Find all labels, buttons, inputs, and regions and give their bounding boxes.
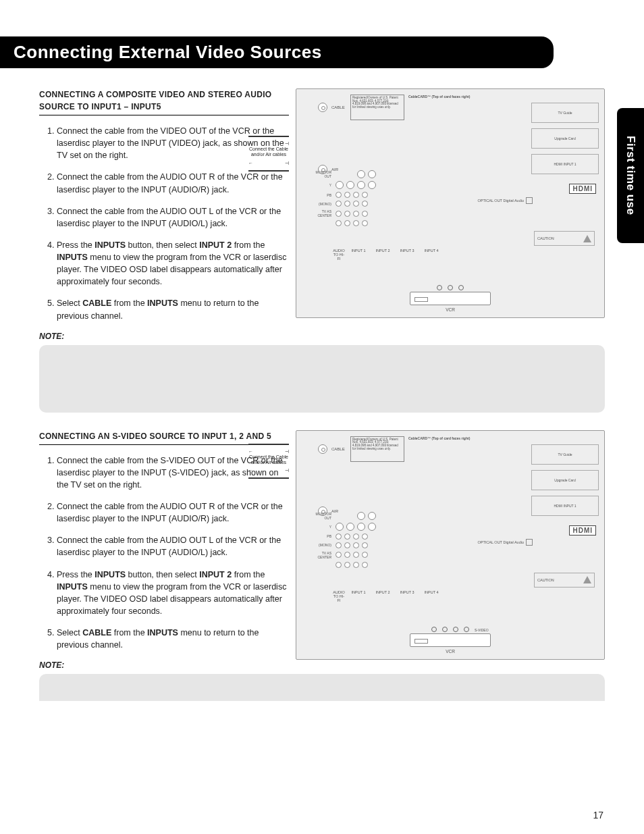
- step: Select CABLE from the INPUTS menu to ret…: [57, 627, 289, 651]
- cable-coax-icon: [318, 444, 327, 454]
- step: Press the INPUTS button, then select INP…: [57, 569, 289, 618]
- step: Connect the cable from the AUDIO OUT L o…: [57, 205, 289, 230]
- jack-icon: [357, 170, 365, 178]
- antenna-callout: ←⊣ Connect the Cable and/or Air cables ←…: [248, 102, 289, 176]
- optical-out: OPTICAL OUT Digital Audio: [478, 197, 533, 204]
- vcr-device: VCR: [410, 633, 491, 654]
- section2-steps: Connect the cable from the S-VIDEO OUT o…: [39, 454, 289, 652]
- hdmi-slot: HDMI INPUT 1: [531, 154, 599, 174]
- antenna-callout: ←⊣ Connect the Cable and/or Air cables ←…: [248, 427, 289, 484]
- page-title-bar: Connecting External Video Sources: [0, 36, 554, 68]
- rear-panel-diagram-composite: CABLE Registered/Owners of U.S. Patent N…: [296, 88, 605, 318]
- cablecard-label: CableCARD™ (Top of card faces right): [408, 436, 470, 440]
- note-box-2: [39, 674, 605, 701]
- input-col-labels: AUDIO TO HI-FI INPUT 1 INPUT 2 INPUT 3 I…: [333, 590, 442, 602]
- jack-grid: MONITOR OUT Y PB (MONO) TV AS CENTER: [311, 170, 376, 229]
- upgrade-slot: Upgrade Card: [531, 470, 599, 490]
- step: Press the INPUTS button, then select INP…: [57, 239, 289, 288]
- cable-coax-icon: [318, 103, 327, 112]
- jack-icon: [368, 170, 376, 178]
- upgrade-slot: Upgrade Card: [531, 128, 599, 149]
- note-label: NOTE:: [39, 660, 289, 670]
- step: Select CABLE from the INPUTS menu to ret…: [57, 297, 289, 321]
- caution-box: CAUTION: [534, 573, 595, 588]
- section-composite: CONNECTING A COMPOSITE VIDEO AND STEREO …: [39, 88, 605, 341]
- vcr-icon: [410, 633, 491, 647]
- vcr-icon: [410, 292, 491, 305]
- input-col-labels: AUDIO TO HI-FI INPUT 1 INPUT 2 INPUT 3 I…: [333, 249, 442, 261]
- side-tab-label: First time use: [624, 136, 637, 215]
- hdmi-logo: HDMI: [569, 184, 596, 194]
- warning-triangle-icon: [583, 235, 591, 242]
- patent-box: Registered/Owners of U.S. Patent Nos. 4,…: [350, 95, 404, 120]
- vcr-device: VCR: [410, 292, 491, 312]
- tvguide-slot: TV Guide: [531, 444, 599, 465]
- jack-grid: MONITOR OUT Y PB (MONO) TV AS CENTER: [311, 512, 376, 571]
- note-box-1: [39, 345, 605, 413]
- note-label: NOTE:: [39, 332, 289, 341]
- cablecard-label: CableCARD™ (Top of card faces right): [408, 95, 470, 99]
- hdmi-logo: HDMI: [569, 525, 596, 536]
- svideo-plug-label: S-VIDEO: [475, 628, 489, 632]
- section-svideo: CONNECTING AN S-VIDEO SOURCE TO INPUT 1,…: [39, 430, 605, 671]
- optical-out: OPTICAL OUT Digital Audio: [478, 539, 533, 546]
- side-tab: First time use: [617, 108, 644, 243]
- cable-label: CABLE: [331, 447, 345, 451]
- right-slots: TV Guide Upgrade Card HDMI INPUT 1: [531, 103, 599, 180]
- tvguide-slot: TV Guide: [531, 103, 599, 123]
- right-slots: TV Guide Upgrade Card HDMI INPUT 1: [531, 444, 599, 521]
- page-title: Connecting External Video Sources: [14, 42, 322, 62]
- patent-box: Registered/Owners of U.S. Patent Nos. 4,…: [350, 436, 404, 462]
- step: Connect the cable from the AUDIO OUT R o…: [57, 500, 289, 525]
- cable-label: CABLE: [331, 105, 345, 109]
- plug-icons: [437, 285, 464, 290]
- warning-triangle-icon: [583, 576, 591, 583]
- page-number: 17: [593, 810, 603, 820]
- rear-panel-diagram-svideo: CABLE Registered/Owners of U.S. Patent N…: [296, 430, 605, 660]
- caution-box: CAUTION: [534, 231, 595, 246]
- step: Connect the cable from the AUDIO OUT L o…: [57, 534, 289, 558]
- plug-icons: [431, 627, 469, 632]
- hdmi-slot: HDMI INPUT 1: [531, 496, 599, 516]
